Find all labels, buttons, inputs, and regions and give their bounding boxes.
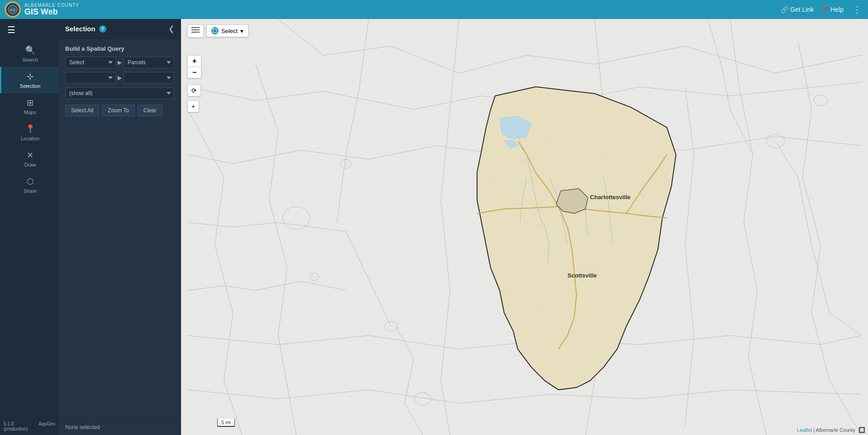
panel-help-icon[interactable]: ? [99, 25, 106, 33]
query-row-1: Select Option 2 ▶ Parcels Roads [65, 57, 174, 68]
sidebar-item-share[interactable]: ⬡ Share [0, 172, 59, 198]
sidebar-item-maps[interactable]: ⊞ Maps [0, 93, 59, 120]
map-attribution: Leaflet | Albemarle County 🔲 [797, 427, 865, 433]
location-icon: 📍 [25, 124, 35, 134]
compass-icon: 🔲 [858, 427, 865, 433]
select-mode-icon [211, 27, 219, 34]
zoom-controls: + − [187, 55, 201, 78]
leaflet-link[interactable]: Leaflet [797, 427, 812, 433]
panel-close-button[interactable]: ❮ [168, 24, 174, 33]
select-type-dropdown[interactable]: Select Option 2 [65, 57, 116, 68]
map-container[interactable]: Select ▾ + − ⟳ + [181, 19, 868, 435]
search-icon: 🔍 [25, 45, 35, 55]
sidebar-footer: 5.1.0 (production) AppGeo [0, 418, 59, 435]
none-selected-label: None selected [65, 424, 100, 430]
panel-title: Selection [65, 25, 95, 33]
geolocate-button[interactable]: + [187, 100, 199, 112]
map-svg: Charlottesville Scottsville [181, 19, 868, 435]
panel-header: Selection ? ❮ [59, 19, 181, 39]
scottsville-label: Scottsville [568, 272, 597, 279]
maps-icon: ⊞ [27, 98, 33, 108]
map-toolbar: Select ▾ [187, 24, 248, 38]
selection-icon: ⊹ [27, 72, 33, 81]
query-row-2: ▶ [65, 72, 174, 84]
svg-rect-5 [191, 32, 200, 33]
sidebar-menu-button[interactable]: ☰ [0, 19, 59, 41]
header-actions: 🔗 Get Link ❓ Help ⋮ [781, 4, 863, 15]
draw-icon: ✕ [27, 150, 33, 160]
layer-icon [191, 28, 200, 35]
sidebar-item-search[interactable]: 🔍 Search [0, 41, 59, 67]
sidebar: ☰ 🔍 Search ⊹ Selection ⊞ Maps 📍 Location… [0, 19, 59, 435]
svg-text:AC: AC [10, 8, 16, 12]
more-options-button[interactable]: ⋮ [851, 4, 863, 15]
sidebar-item-location[interactable]: 📍 Location [0, 120, 59, 146]
clear-button[interactable]: Clear [138, 105, 162, 116]
zoom-in-button[interactable]: + [188, 56, 201, 67]
section-title: Build a Spatial Query [65, 45, 174, 52]
share-icon: ⬡ [27, 177, 34, 186]
app-header: AC ALBEMARLE COUNTY GIS Web 🔗 Get Link ❓… [0, 0, 868, 19]
panel-footer: None selected [59, 419, 181, 435]
panel-title-area: Selection ? [65, 25, 106, 33]
panel-body: Build a Spatial Query Select Option 2 ▶ … [59, 39, 181, 419]
select-mode-button[interactable]: Select ▾ [206, 24, 248, 37]
value-dropdown[interactable] [124, 72, 174, 84]
home-button[interactable]: ⟳ [187, 85, 201, 96]
main-content: ☰ 🔍 Search ⊹ Selection ⊞ Maps 📍 Location… [0, 19, 868, 435]
svg-rect-6 [213, 29, 217, 33]
svg-rect-3 [191, 27, 200, 28]
select-label: Select [221, 28, 238, 34]
zoom-to-button[interactable]: Zoom To [102, 105, 134, 116]
svg-rect-4 [191, 29, 200, 30]
layer-dropdown[interactable]: Parcels Roads [124, 57, 174, 68]
geolocate-icon: + [191, 103, 195, 110]
chevron-down-icon: ▾ [240, 28, 243, 34]
scale-bar: 5 mi [217, 419, 235, 427]
layer-toggle-button[interactable] [187, 24, 204, 38]
selection-panel: Selection ? ❮ Build a Spatial Query Sele… [59, 19, 181, 435]
charlottesville-label: Charlottesville [590, 194, 630, 201]
get-link-button[interactable]: 🔗 Get Link [781, 6, 814, 13]
sidebar-item-draw[interactable]: ✕ Draw [0, 146, 59, 172]
zoom-out-button[interactable]: − [188, 67, 201, 78]
arrow-connector: ▶ [118, 59, 122, 66]
show-all-dropdown[interactable]: (show all) Option A [65, 87, 174, 99]
home-icon: ⟳ [191, 87, 197, 94]
link-icon: 🔗 [781, 6, 788, 13]
sidebar-item-selection[interactable]: ⊹ Selection [0, 67, 59, 93]
field-dropdown[interactable] [65, 72, 116, 84]
help-icon: ❓ [821, 6, 829, 13]
app-logo: AC [5, 1, 21, 18]
help-button[interactable]: ❓ Help [821, 6, 844, 13]
select-all-button[interactable]: Select All [65, 105, 99, 116]
app-title: ALBEMARLE COUNTY GIS Web [24, 3, 79, 17]
arrow-connector-2: ▶ [118, 75, 122, 81]
action-buttons: Select All Zoom To Clear [65, 105, 174, 116]
hamburger-icon: ☰ [7, 24, 15, 35]
